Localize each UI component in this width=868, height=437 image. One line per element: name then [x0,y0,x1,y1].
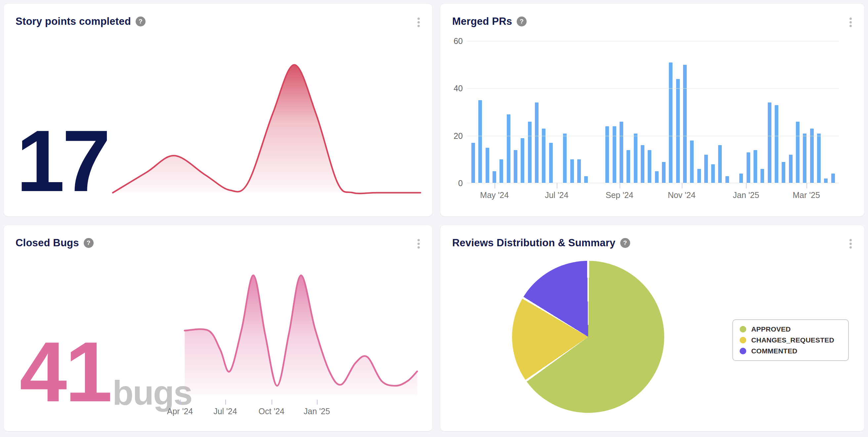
bar[interactable] [831,173,835,183]
reviews-distribution-card: Reviews Distribution & Summary ? APPROVE… [440,225,865,431]
help-icon[interactable]: ? [620,238,630,248]
bar[interactable] [704,155,708,183]
legend-color-dot [740,326,746,333]
reviews-title: Reviews Distribution & Summary [452,237,616,249]
bar[interactable] [641,145,644,183]
legend-color-dot [740,337,746,343]
story-points-value: 17 [16,129,108,193]
x-axis-label: Jul '24 [213,407,237,416]
bar[interactable] [775,105,778,183]
merged-prs-bar-chart: 6040200May '24Jul '24Sep '24Nov '24Jan '… [467,41,839,183]
bar[interactable] [521,138,524,183]
help-icon[interactable]: ? [135,16,146,27]
bar[interactable] [655,171,659,183]
legend-label: COMMENTED [751,347,797,355]
bar[interactable] [782,162,785,183]
bar[interactable] [493,171,496,183]
x-tick-mark [272,400,272,405]
closed-bugs-value: 41 [20,340,111,404]
bar[interactable] [535,102,538,183]
x-axis-label: May '24 [480,191,509,200]
legend-item-changes_requested[interactable]: CHANGES_REQUESTED [740,336,841,344]
bar[interactable] [499,159,503,183]
bar[interactable] [711,164,715,183]
bar[interactable] [810,129,814,183]
bar[interactable] [542,129,546,183]
bar[interactable] [620,122,623,183]
bar[interactable] [803,134,806,183]
x-axis-label: Nov '24 [668,191,696,200]
x-axis-label: Jan '25 [733,191,759,200]
bar[interactable] [662,162,665,183]
closed-bugs-card: Closed Bugs ? 41 bugs Apr '24Jul '24Oct … [3,225,433,431]
x-axis-label: Jan '25 [304,407,330,416]
x-axis-label: Mar '25 [793,191,820,200]
x-axis-label: Sep '24 [606,191,633,200]
bar[interactable] [584,176,588,183]
bar[interactable] [549,143,553,183]
x-axis-label: Oct '24 [259,407,284,416]
kebab-menu-icon[interactable] [848,238,853,250]
story-points-card: Story points completed ? 17 [3,3,433,216]
bar[interactable] [796,122,800,183]
bar[interactable] [634,134,638,183]
bar[interactable] [683,65,687,183]
bar[interactable] [471,143,475,183]
help-icon[interactable]: ? [84,238,94,248]
bar[interactable] [725,176,729,183]
x-tick-mark [682,183,682,189]
bar[interactable] [747,153,750,183]
kebab-menu-icon[interactable] [416,16,421,28]
bar[interactable] [761,169,764,183]
bar[interactable] [824,178,828,183]
x-axis-label: Apr '24 [167,407,193,416]
kebab-menu-icon[interactable] [848,16,853,28]
bar-series [471,41,835,183]
help-icon[interactable]: ? [517,16,527,27]
bar[interactable] [626,150,630,183]
x-tick-mark [557,183,557,189]
bar[interactable] [478,100,482,183]
gridline-y-40 [467,88,839,89]
bar[interactable] [577,159,581,183]
bar[interactable] [817,134,821,183]
bar[interactable] [753,150,757,183]
y-axis-label: 40 [443,83,463,93]
x-tick-mark [225,400,226,405]
closed-bugs-title: Closed Bugs [16,237,79,249]
story-points-title: Story points completed [16,15,131,27]
closed-bugs-x-axis: Apr '24Jul '24Oct '24Jan '25 [180,400,417,423]
legend-item-commented[interactable]: COMMENTED [740,347,841,355]
bar[interactable] [648,150,651,183]
legend-item-approved[interactable]: APPROVED [740,325,841,333]
closed-bugs-area-chart [179,268,419,402]
merged-prs-title: Merged PRs [452,15,512,27]
bar[interactable] [528,122,532,183]
pie-legend: APPROVEDCHANGES_REQUESTEDCOMMENTED [733,319,849,361]
bar[interactable] [486,148,489,183]
bar[interactable] [676,79,680,183]
x-axis-label: Jul '24 [545,191,568,200]
legend-label: CHANGES_REQUESTED [751,336,834,344]
bar[interactable] [606,126,609,183]
bar[interactable] [507,114,510,183]
bar[interactable] [669,63,673,183]
y-axis-label: 60 [443,36,463,46]
story-points-area-chart [110,46,424,202]
bar[interactable] [563,134,567,183]
bar[interactable] [690,140,694,183]
bar[interactable] [789,155,793,183]
x-tick-mark [317,400,317,405]
bar[interactable] [514,150,517,183]
bar[interactable] [613,126,616,183]
kebab-menu-icon[interactable] [416,238,421,250]
x-tick-mark [620,183,620,189]
bar[interactable] [718,145,722,183]
y-axis-label: 0 [443,178,463,188]
bar[interactable] [768,102,771,183]
bar[interactable] [570,159,574,183]
x-tick-mark [746,183,747,189]
gridline-y-20 [467,136,839,136]
bar[interactable] [739,173,743,183]
bar[interactable] [697,169,701,183]
